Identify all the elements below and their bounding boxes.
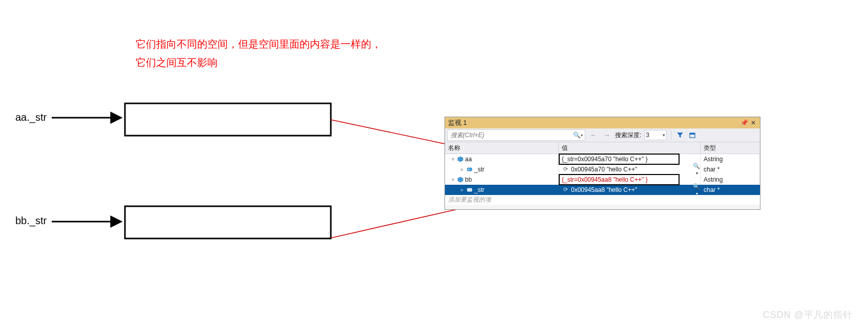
refresh-icon[interactable]: ⟳: [562, 186, 569, 193]
watch-rows: ▿aa{_str=0x00945a70 "hello C++" }Astring…: [445, 154, 760, 205]
svg-point-3: [468, 169, 469, 170]
filter-icon[interactable]: [675, 131, 685, 140]
header-type[interactable]: 类型: [701, 142, 760, 154]
header-value[interactable]: 值: [559, 142, 701, 154]
watch-value: {_str=0x00945aa8 "hello C++" }: [562, 176, 648, 183]
watch-value-cell[interactable]: ⟳0x00945aa8 "hello C++"🔍▾: [559, 185, 701, 194]
pin-icon[interactable]: 📌: [740, 119, 748, 126]
watch-name-cell[interactable]: ▹_str: [445, 164, 559, 174]
search-icon[interactable]: 🔍: [573, 132, 581, 139]
memory-box-bb: [125, 206, 331, 238]
watch-name: bb: [465, 176, 472, 183]
twist-icon[interactable]: ▿: [450, 177, 456, 182]
depth-selector[interactable]: 3 ▾: [644, 130, 667, 140]
watch-name-cell[interactable]: ▿aa: [445, 154, 559, 164]
watch-type-cell: Astring: [701, 175, 760, 184]
watch-name-cell[interactable]: ▿bb: [445, 175, 559, 184]
watch-panel: 监视 1 📌 ✕ 🔍 ▾ ← → 搜索深度: 3 ▾ 名称 值 类型 ▿aa{_…: [444, 117, 760, 210]
watch-row[interactable]: ▹_str⟳0x00945aa8 "hello C++"🔍▾char *: [445, 185, 760, 195]
svg-rect-2: [468, 168, 472, 171]
add-watch-item[interactable]: 添加要监视的项: [445, 195, 760, 205]
watch-title-bar[interactable]: 监视 1 📌 ✕: [445, 117, 760, 128]
watch-type-cell: char *: [701, 164, 760, 174]
watch-value-cell[interactable]: {_str=0x00945aa8 "hello C++" }: [559, 175, 701, 184]
watch-title-text: 监视 1: [448, 118, 467, 127]
twist-icon[interactable]: ▿: [450, 156, 456, 162]
watermark: CSDN @平凡的指针: [763, 309, 853, 321]
refresh-icon[interactable]: ⟳: [562, 166, 569, 172]
watch-search[interactable]: 🔍 ▾: [447, 129, 585, 141]
header-name[interactable]: 名称: [445, 142, 559, 154]
depth-value: 3: [646, 132, 649, 139]
field-icon: [467, 166, 473, 172]
watch-value: 0x00945a70 "hello C++": [571, 166, 637, 173]
toolbar-separator: [671, 131, 671, 140]
watch-name: _str: [474, 186, 484, 193]
visualizer-icon[interactable]: 🔍▾: [693, 163, 700, 176]
watch-type-cell: char *: [701, 185, 760, 194]
watch-value: 0x00945aa8 "hello C++": [571, 186, 637, 193]
watch-name-cell[interactable]: ▹_str: [445, 185, 559, 194]
svg-rect-4: [468, 188, 472, 191]
watch-value: {_str=0x00945a70 "hello C++" }: [562, 156, 648, 163]
nav-forward-icon[interactable]: →: [602, 130, 612, 140]
watch-type-cell: Astring: [701, 154, 760, 164]
visualizer-icon[interactable]: 🔍▾: [693, 183, 700, 196]
search-dropdown-icon[interactable]: ▾: [581, 133, 583, 138]
watch-value-cell[interactable]: ⟳0x00945a70 "hello C++"🔍▾: [559, 164, 701, 174]
close-icon[interactable]: ✕: [750, 119, 757, 126]
watch-name: _str: [474, 166, 484, 173]
explanation-text: 它们指向不同的空间，但是空间里面的内容是一样的， 它们之间互不影响: [136, 35, 382, 72]
watch-row[interactable]: ▿aa{_str=0x00945a70 "hello C++" }Astring: [445, 154, 760, 164]
watch-row[interactable]: ▿bb{_str=0x00945aa8 "hello C++" }Astring: [445, 175, 760, 185]
twist-icon[interactable]: ▹: [459, 187, 465, 192]
object-icon: [457, 156, 463, 162]
toolbar-button[interactable]: [688, 131, 697, 140]
watch-row[interactable]: ▹_str⟳0x00945a70 "hello C++"🔍▾char *: [445, 164, 760, 175]
label-bb-str: bb._str: [15, 215, 47, 227]
svg-point-5: [468, 189, 469, 190]
watch-value-cell[interactable]: {_str=0x00945a70 "hello C++" }: [559, 154, 701, 164]
explanation-line2: 它们之间互不影响: [136, 53, 382, 72]
twist-icon[interactable]: ▹: [459, 166, 465, 172]
search-input[interactable]: [450, 131, 573, 139]
field-icon: [467, 187, 473, 193]
label-aa-str: aa._str: [15, 112, 47, 123]
watch-toolbar: 🔍 ▾ ← → 搜索深度: 3 ▾: [445, 128, 760, 142]
chevron-down-icon: ▾: [663, 133, 665, 138]
memory-box-aa: [125, 103, 331, 136]
watch-column-headers: 名称 值 类型: [445, 142, 760, 154]
nav-back-icon[interactable]: ←: [588, 130, 599, 140]
object-icon: [457, 177, 463, 183]
watch-name: aa: [465, 156, 472, 163]
svg-rect-1: [690, 133, 695, 135]
explanation-line1: 它们指向不同的空间，但是空间里面的内容是一样的，: [136, 35, 382, 53]
depth-label: 搜索深度:: [615, 131, 641, 140]
